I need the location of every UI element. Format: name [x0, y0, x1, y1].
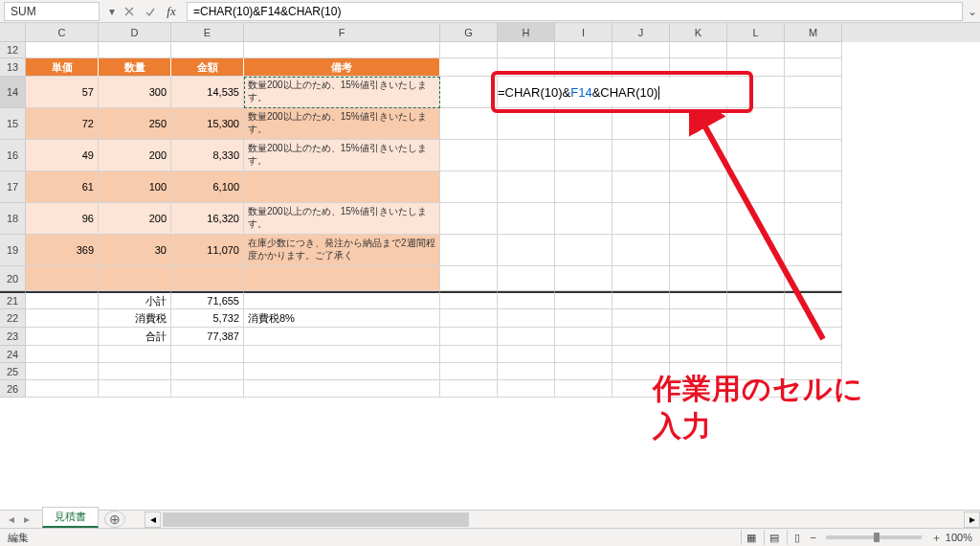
scroll-thumb[interactable] — [163, 512, 469, 527]
cell[interactable] — [26, 380, 99, 398]
cell[interactable] — [555, 140, 612, 171]
cell[interactable] — [612, 291, 670, 309]
cell[interactable]: 16,320 — [171, 203, 244, 235]
cell[interactable] — [440, 380, 498, 398]
cell[interactable]: 61 — [26, 171, 99, 203]
scroll-left-icon[interactable]: ◂ — [145, 512, 161, 528]
col-header-M[interactable]: M — [785, 23, 842, 42]
cell[interactable]: 6,100 — [171, 171, 244, 203]
new-sheet-button[interactable]: ⊕ — [104, 511, 125, 528]
table-header[interactable]: 数量 — [99, 58, 171, 77]
cell[interactable]: 57 — [26, 77, 99, 108]
cell[interactable] — [244, 291, 440, 309]
cell[interactable] — [26, 42, 99, 58]
cell[interactable] — [670, 309, 727, 328]
cell[interactable] — [785, 328, 842, 346]
formula-input[interactable]: =CHAR(10)&F14&CHAR(10) — [187, 2, 963, 21]
cell[interactable]: 100 — [99, 171, 171, 203]
row-header-24[interactable]: 24 — [0, 346, 26, 363]
cell[interactable] — [99, 42, 171, 58]
zoom-percent[interactable]: 100% — [946, 532, 972, 543]
name-box-dropdown-icon[interactable]: ▾ — [103, 2, 119, 21]
cell[interactable] — [670, 108, 727, 140]
cell[interactable]: 15,300 — [171, 108, 244, 140]
cell[interactable] — [555, 328, 612, 346]
cell[interactable] — [612, 346, 670, 363]
cell[interactable]: 300 — [99, 77, 171, 108]
col-header-L[interactable]: L — [727, 23, 785, 42]
col-header-H[interactable]: H — [498, 23, 555, 42]
cell[interactable] — [670, 58, 727, 77]
row-header-17[interactable]: 17 — [0, 171, 26, 203]
cell[interactable] — [440, 266, 498, 291]
cell[interactable] — [670, 328, 727, 346]
cell[interactable] — [498, 108, 555, 140]
cell[interactable] — [440, 363, 498, 380]
cell[interactable] — [555, 58, 612, 77]
cell[interactable] — [244, 42, 440, 58]
cell[interactable] — [440, 171, 498, 203]
col-header-I[interactable]: I — [555, 23, 612, 42]
cell[interactable] — [171, 380, 244, 398]
cell[interactable] — [727, 346, 785, 363]
cell[interactable] — [171, 266, 244, 291]
fx-icon[interactable]: fx — [162, 2, 181, 21]
row-header-25[interactable]: 25 — [0, 363, 26, 380]
view-page-break-icon[interactable]: ▯ — [787, 530, 806, 545]
cell[interactable]: 49 — [26, 140, 99, 171]
cell[interactable] — [555, 266, 612, 291]
cell[interactable] — [26, 346, 99, 363]
cell[interactable] — [785, 203, 842, 235]
col-header-G[interactable]: G — [440, 23, 498, 42]
cell[interactable] — [612, 203, 670, 235]
subtotal-value[interactable]: 71,655 — [171, 291, 244, 309]
cell[interactable]: 72 — [26, 108, 99, 140]
cell[interactable] — [612, 108, 670, 140]
name-box[interactable]: SUM — [4, 2, 100, 21]
cell[interactable]: 369 — [26, 235, 99, 266]
col-header-F[interactable]: F — [244, 23, 440, 42]
cell[interactable] — [171, 363, 244, 380]
tax-value[interactable]: 5,732 — [171, 309, 244, 328]
cell[interactable] — [99, 266, 171, 291]
view-page-layout-icon[interactable]: ▤ — [764, 530, 783, 545]
row-header-14[interactable]: 14 — [0, 77, 26, 108]
cell[interactable] — [612, 309, 670, 328]
cell[interactable] — [555, 108, 612, 140]
cell[interactable] — [785, 42, 842, 58]
cell[interactable] — [244, 171, 440, 203]
cell[interactable] — [727, 58, 785, 77]
cell[interactable] — [99, 380, 171, 398]
cell[interactable] — [244, 328, 440, 346]
cell[interactable] — [26, 363, 99, 380]
cell[interactable] — [670, 140, 727, 171]
cell[interactable] — [498, 42, 555, 58]
cell[interactable]: 8,330 — [171, 140, 244, 171]
cell[interactable] — [440, 291, 498, 309]
cell[interactable] — [785, 58, 842, 77]
cell[interactable] — [727, 171, 785, 203]
cell[interactable] — [99, 363, 171, 380]
cell[interactable] — [785, 171, 842, 203]
cell[interactable] — [498, 266, 555, 291]
horizontal-scrollbar[interactable]: ◂ ▸ — [145, 511, 980, 528]
cell[interactable] — [440, 77, 498, 108]
cell[interactable] — [498, 291, 555, 309]
cell[interactable] — [555, 363, 612, 380]
subtotal-label[interactable]: 小計 — [99, 291, 171, 309]
cell[interactable]: 在庫少数につき、発注から納品まで2週間程度かかります。ご了承く — [244, 235, 440, 266]
cell[interactable] — [244, 266, 440, 291]
cell[interactable] — [440, 328, 498, 346]
cell[interactable] — [785, 140, 842, 171]
cell[interactable] — [670, 235, 727, 266]
cell[interactable] — [440, 42, 498, 58]
cell[interactable] — [440, 346, 498, 363]
formula-bar-expand-icon[interactable]: ⌄ — [963, 2, 980, 21]
table-header[interactable]: 単価 — [26, 58, 99, 77]
cell[interactable] — [26, 291, 99, 309]
row-header-23[interactable]: 23 — [0, 328, 26, 346]
cell[interactable]: 200 — [99, 140, 171, 171]
cell[interactable] — [785, 235, 842, 266]
row-header-26[interactable]: 26 — [0, 380, 26, 398]
cell[interactable] — [670, 171, 727, 203]
